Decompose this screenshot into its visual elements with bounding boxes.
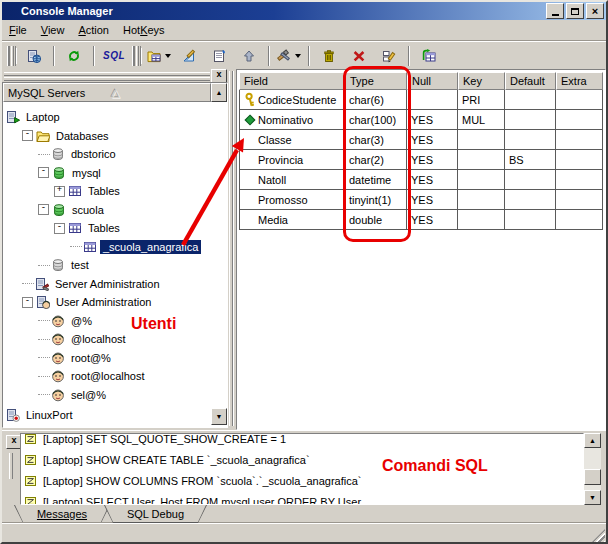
tree-item-server-administration[interactable]: Server Administration	[4, 275, 210, 294]
tree-item-laptop[interactable]: Laptop	[4, 108, 210, 127]
tree-item-tables[interactable]: +Tables	[4, 182, 210, 201]
tree-item-root[interactable]: root@%	[4, 349, 210, 368]
toolbar-sql-window-button[interactable]: SQL	[99, 44, 129, 68]
tree-item-mysql[interactable]: -mysql	[4, 164, 210, 183]
log-scrollbar[interactable]: ▲ ▼	[584, 433, 601, 505]
column-header-field[interactable]: Field	[239, 72, 345, 90]
tree-item-sel[interactable]: sel@%	[4, 386, 210, 405]
tree-item-linuxport[interactable]: LinuxPort	[4, 406, 210, 425]
table-row[interactable]: MediadoubleYES	[239, 210, 603, 230]
cell-field: Natoll	[239, 170, 345, 190]
table-row[interactable]: Provinciachar(2)YESBS	[239, 150, 603, 170]
grid-header-row: FieldTypeNullKeyDefaultExtra	[239, 72, 603, 90]
toolbar-design-button[interactable]	[174, 44, 204, 68]
tree-item-label: Tables	[85, 221, 123, 235]
table-row[interactable]: NatolldatetimeYES	[239, 170, 603, 190]
tree-item-scuola[interactable]: -scuola	[4, 201, 210, 220]
field-name: Natoll	[258, 174, 286, 186]
toolbar-create-object-button[interactable]	[144, 44, 174, 68]
table-row[interactable]: Nominativochar(100)YESMUL	[239, 110, 603, 130]
column-header-extra[interactable]: Extra	[556, 72, 603, 90]
panel-splitter[interactable]	[228, 69, 236, 428]
toolbar-move-up-button[interactable]	[234, 44, 264, 68]
toolbar-delete-button[interactable]	[314, 44, 344, 68]
cell-default	[505, 110, 556, 130]
expander-plus-icon[interactable]: +	[54, 186, 65, 197]
tab-sql-debug[interactable]: SQL Debug	[104, 505, 207, 523]
cell-key: PRI	[458, 90, 505, 110]
table-row[interactable]: CodiceStudentechar(6)PRI	[239, 90, 603, 110]
tree-item-label: _scuola_anagrafica	[100, 240, 201, 254]
expander-minus-icon[interactable]: -	[22, 130, 33, 141]
column-header-type[interactable]: Type	[345, 72, 407, 90]
table-row[interactable]: Classechar(3)YES	[239, 130, 603, 150]
cell-extra	[556, 210, 603, 230]
column-header-key[interactable]: Key	[458, 72, 505, 90]
log-scroll-up-button[interactable]: ▲	[584, 433, 601, 448]
panel-close-button[interactable]: x	[211, 69, 227, 83]
log-scroll-down-button[interactable]: ▼	[584, 490, 601, 505]
table-columns-panel: FieldTypeNullKeyDefaultExtra CodiceStude…	[236, 69, 606, 430]
menu-hotkeys[interactable]: HotKeys	[116, 21, 172, 39]
sql-debug-panel: x [Laptop] SET SQL_QUOTE_SHOW_CREATE = 1…	[2, 430, 606, 523]
minimize-button[interactable]	[546, 3, 564, 19]
expander-minus-icon[interactable]: -	[54, 223, 65, 234]
tab-messages[interactable]: Messages	[14, 505, 110, 523]
design-icon	[182, 49, 196, 63]
menu-file[interactable]: File	[2, 21, 34, 39]
dropdown-arrow-icon	[295, 54, 301, 61]
properties-icon	[212, 49, 226, 63]
tree-item-tables[interactable]: -Tables	[4, 219, 210, 238]
tree-item-item[interactable]: @%	[4, 312, 210, 331]
panel-drag-handle[interactable]	[4, 77, 210, 81]
debug-drag-handle[interactable]	[9, 453, 13, 479]
tree-item-user-administration[interactable]: -User Administration	[4, 293, 210, 312]
columns-grid: FieldTypeNullKeyDefaultExtra CodiceStude…	[239, 72, 603, 230]
tree-scroll-up-button[interactable]: ▲	[211, 83, 227, 102]
tree-item-root-localhost[interactable]: root@localhost	[4, 367, 210, 386]
panel-drag-handle[interactable]	[4, 72, 210, 76]
toolbar-rename-button[interactable]	[374, 44, 404, 68]
maximize-button[interactable]	[566, 3, 584, 19]
tree-item-localhost[interactable]: @localhost	[4, 330, 210, 349]
menu-view[interactable]: View	[34, 21, 72, 39]
toolbar-register-server-button[interactable]	[19, 44, 49, 68]
expander-minus-icon[interactable]: -	[22, 297, 33, 308]
toolbar-grip	[132, 46, 141, 66]
column-header-null[interactable]: Null	[407, 72, 458, 90]
tree-item-label: @localhost	[68, 332, 129, 346]
column-header-default[interactable]: Default	[505, 72, 556, 90]
toolbar-properties-button[interactable]	[204, 44, 234, 68]
tree-header[interactable]: MySQL Servers △	[3, 83, 211, 102]
toolbar-drop-button[interactable]	[344, 44, 374, 68]
close-button[interactable]: ×	[586, 3, 604, 19]
expander-minus-icon[interactable]: -	[38, 167, 49, 178]
tree-item-label: User Administration	[53, 295, 154, 309]
toolbar-tools-button[interactable]	[274, 44, 304, 68]
table-icon	[68, 184, 82, 198]
log-icon	[24, 495, 38, 506]
cell-null: YES	[407, 150, 458, 170]
expander-minus-icon[interactable]: -	[38, 204, 49, 215]
db-green-icon	[52, 203, 66, 217]
tree-item-label: mysql	[69, 166, 104, 180]
toolbar-refresh-grid-button[interactable]	[414, 44, 444, 68]
cell-type: datetime	[345, 170, 407, 190]
sql-log: [Laptop] SET SQL_QUOTE_SHOW_CREATE = 1[L…	[20, 433, 584, 505]
cell-null: YES	[407, 130, 458, 150]
tree-item-dbstorico[interactable]: dbstorico	[4, 145, 210, 164]
table-row[interactable]: Promossotinyint(1)YES	[239, 190, 603, 210]
cell-null: YES	[407, 110, 458, 130]
toolbar-refresh-button[interactable]	[59, 44, 89, 68]
tree-scroll-down-button[interactable]: ▼	[211, 408, 227, 425]
log-scroll-thumb[interactable]	[584, 469, 601, 485]
tree-item-test[interactable]: test	[4, 256, 210, 275]
cell-key	[458, 190, 505, 210]
tree-item-scuola-anagrafica[interactable]: _scuola_anagrafica	[4, 238, 210, 257]
menu-action[interactable]: Action	[71, 21, 116, 39]
register-server-icon	[27, 49, 41, 63]
cell-null: YES	[407, 210, 458, 230]
resize-grip[interactable]	[592, 529, 605, 542]
tree-item-databases[interactable]: -Databases	[4, 127, 210, 146]
field-name: Classe	[258, 134, 292, 146]
